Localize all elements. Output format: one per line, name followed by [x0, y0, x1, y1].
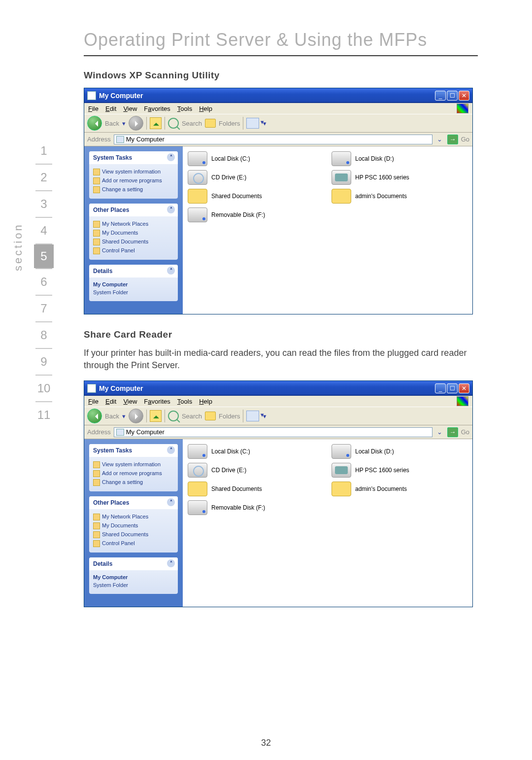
body-text: If your printer has built-in media-card …: [84, 347, 478, 372]
heading-windows-xp-scanning: Windows XP Scanning Utility: [84, 70, 478, 81]
chevron-up-icon[interactable]: ˄: [167, 153, 175, 161]
search-icon[interactable]: [168, 118, 179, 129]
menu-view[interactable]: View: [123, 105, 137, 112]
menu-help[interactable]: Help: [199, 398, 212, 405]
maximize-button[interactable]: ☐: [447, 383, 458, 393]
drive-item[interactable]: admin's Documents: [332, 482, 467, 496]
menu-tools[interactable]: Tools: [177, 398, 192, 405]
other-places-header[interactable]: Other Places˄: [89, 204, 178, 216]
link-control-panel[interactable]: Control Panel: [93, 539, 174, 548]
menu-tools[interactable]: Tools: [177, 105, 192, 112]
go-button[interactable]: →: [447, 135, 458, 144]
back-label: Back: [105, 120, 119, 127]
search-icon[interactable]: [168, 411, 179, 421]
drive-item[interactable]: CD Drive (E:): [188, 463, 324, 478]
heading-share-card-reader: Share Card Reader: [84, 329, 478, 340]
views-button[interactable]: [246, 118, 259, 129]
other-places-header[interactable]: Other Places˄: [89, 496, 178, 509]
link-system-info[interactable]: View system information: [93, 167, 174, 176]
views-button[interactable]: [246, 411, 259, 421]
chevron-up-icon[interactable]: ˄: [167, 267, 175, 275]
sidebar: System Tasks˄ View system information Ad…: [84, 439, 183, 607]
drive-item[interactable]: Removable Disk (F:): [188, 500, 324, 515]
titlebar[interactable]: My Computer _ ☐ ✕: [84, 381, 472, 396]
menu-favorites[interactable]: Favorites: [144, 398, 170, 405]
window-title: My Computer: [99, 92, 435, 100]
titlebar[interactable]: My Computer _ ☐ ✕: [84, 88, 472, 103]
menu-file[interactable]: File: [88, 398, 99, 405]
link-change-setting[interactable]: Change a setting: [93, 185, 174, 194]
system-tasks-header[interactable]: System Tasks˄: [89, 151, 178, 164]
forward-button[interactable]: [129, 116, 143, 131]
go-button[interactable]: →: [447, 427, 458, 437]
xp-window-1: My Computer _ ☐ ✕ File Edit View Favorit…: [84, 88, 473, 314]
details-panel: Details˄ My Computer System Folder: [89, 265, 178, 301]
drive-item[interactable]: admin's Documents: [332, 189, 467, 204]
menu-help[interactable]: Help: [199, 105, 212, 112]
search-label[interactable]: Search: [182, 120, 202, 127]
up-button[interactable]: [150, 117, 162, 129]
link-shared-documents[interactable]: Shared Documents: [93, 530, 174, 539]
system-tasks-header[interactable]: System Tasks˄: [89, 444, 178, 457]
hdd-icon: [188, 151, 207, 166]
xp-window-2: My Computer _ ☐ ✕ File Edit View Favorit…: [84, 380, 473, 607]
details-header[interactable]: Details˄: [89, 265, 178, 277]
forward-button[interactable]: [129, 409, 143, 423]
link-shared-documents[interactable]: Shared Documents: [93, 237, 174, 246]
link-my-documents[interactable]: My Documents: [93, 228, 174, 237]
details-type: System Folder: [93, 288, 174, 296]
menu-file[interactable]: File: [88, 105, 99, 112]
folders-icon[interactable]: [205, 119, 216, 128]
menu-edit[interactable]: Edit: [105, 398, 116, 405]
drive-item[interactable]: Local Disk (C:): [188, 444, 324, 459]
link-add-remove[interactable]: Add or remove programs: [93, 469, 174, 478]
folders-icon[interactable]: [205, 412, 216, 420]
go-label: Go: [461, 428, 469, 436]
address-bar: Address My Computer ⌄ → Go: [84, 425, 472, 439]
address-label: Address: [87, 428, 111, 436]
menu-edit[interactable]: Edit: [105, 105, 116, 112]
address-dropdown[interactable]: ⌄: [435, 136, 444, 143]
link-change-setting[interactable]: Change a setting: [93, 478, 174, 486]
address-field[interactable]: My Computer: [114, 135, 432, 144]
removable-disk-icon: [188, 207, 207, 222]
link-network-places[interactable]: My Network Places: [93, 219, 174, 228]
drive-item[interactable]: HP PSC 1600 series: [332, 463, 467, 478]
link-system-info[interactable]: View system information: [93, 460, 174, 469]
close-button[interactable]: ✕: [459, 383, 469, 393]
search-label[interactable]: Search: [182, 413, 202, 420]
link-control-panel[interactable]: Control Panel: [93, 246, 174, 255]
link-my-documents[interactable]: My Documents: [93, 521, 174, 530]
back-button[interactable]: [87, 409, 102, 423]
drive-item[interactable]: Local Disk (D:): [332, 444, 467, 459]
menu-view[interactable]: View: [123, 398, 137, 405]
menu-favorites[interactable]: Favorites: [144, 105, 170, 112]
drive-item[interactable]: Shared Documents: [188, 482, 324, 496]
address-field[interactable]: My Computer: [114, 427, 432, 437]
back-button[interactable]: [87, 116, 102, 131]
minimize-button[interactable]: _: [435, 91, 446, 101]
system-tasks-panel: System Tasks˄ View system information Ad…: [89, 151, 178, 199]
details-header[interactable]: Details˄: [89, 557, 178, 570]
drive-item[interactable]: Removable Disk (F:): [188, 207, 324, 222]
link-network-places[interactable]: My Network Places: [93, 512, 174, 521]
link-add-remove[interactable]: Add or remove programs: [93, 176, 174, 185]
minimize-button[interactable]: _: [435, 383, 446, 393]
drive-item[interactable]: Local Disk (C:): [188, 151, 324, 166]
address-dropdown[interactable]: ⌄: [435, 428, 444, 436]
folders-label[interactable]: Folders: [219, 413, 240, 420]
folders-label[interactable]: Folders: [219, 120, 240, 127]
drive-item[interactable]: Shared Documents: [188, 189, 324, 204]
maximize-button[interactable]: ☐: [447, 91, 458, 101]
drive-item[interactable]: HP PSC 1600 series: [332, 170, 467, 185]
page-title: Operating Print Server & Using the MFPs: [84, 30, 478, 50]
details-name: My Computer: [93, 280, 174, 288]
drive-item[interactable]: Local Disk (D:): [332, 151, 467, 166]
hdd-icon: [332, 444, 351, 459]
menubar: File Edit View Favorites Tools Help: [84, 396, 472, 407]
address-value: My Computer: [126, 136, 165, 143]
chevron-up-icon[interactable]: ˄: [167, 206, 175, 213]
close-button[interactable]: ✕: [459, 91, 469, 101]
drive-item[interactable]: CD Drive (E:): [188, 170, 324, 185]
up-button[interactable]: [150, 410, 162, 422]
